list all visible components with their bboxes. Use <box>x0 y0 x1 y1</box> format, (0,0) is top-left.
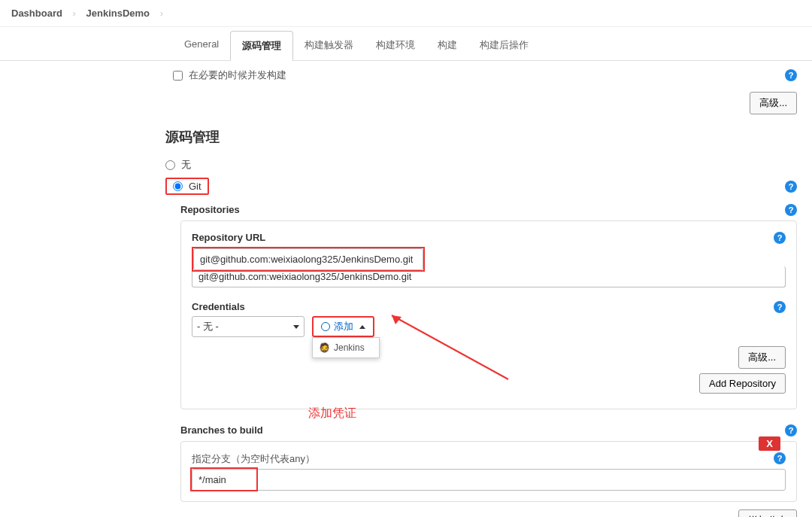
breadcrumb-separator: › <box>73 8 76 19</box>
scm-git-radio[interactable] <box>173 181 183 191</box>
help-icon[interactable]: ? <box>785 69 797 81</box>
repositories-heading: Repositories <box>180 204 240 216</box>
help-icon[interactable]: ? <box>785 424 797 436</box>
tab-env[interactable]: 构建环境 <box>365 31 426 60</box>
tab-scm[interactable]: 源码管理 <box>230 31 293 61</box>
scm-git-label: Git <box>189 181 201 192</box>
advanced-button-repo[interactable]: 高级... <box>738 346 786 369</box>
help-icon[interactable]: ? <box>774 452 786 464</box>
breadcrumb-project[interactable]: JenkinsDemo <box>86 8 150 19</box>
help-icon[interactable]: ? <box>774 301 786 313</box>
scm-none-label: 无 <box>181 158 191 172</box>
annotation-add-credentials: 添加凭证 <box>308 406 356 421</box>
add-credentials-button[interactable]: 添加 <box>312 316 374 337</box>
key-icon <box>321 322 330 331</box>
help-icon[interactable]: ? <box>785 181 797 193</box>
help-icon[interactable]: ? <box>774 232 786 244</box>
content-area: 在必要的时候并发构建 ? 高级... 源码管理 无 Git ? Reposito… <box>0 61 812 517</box>
add-credentials-dropdown[interactable]: 🧔 Jenkins <box>312 337 380 358</box>
concurrent-build-label: 在必要的时候并发构建 <box>189 68 286 82</box>
breadcrumb-dashboard[interactable]: Dashboard <box>11 8 62 19</box>
breadcrumb-separator: › <box>160 8 163 19</box>
help-icon[interactable]: ? <box>785 204 797 216</box>
breadcrumb: Dashboard › JenkinsDemo › <box>0 0 812 27</box>
tab-build[interactable]: 构建 <box>426 31 468 60</box>
branch-spec-label: 指定分支（为空时代表any） <box>192 452 315 466</box>
tab-post[interactable]: 构建后操作 <box>468 31 540 60</box>
delete-branch-button[interactable]: X <box>759 436 780 451</box>
branch-spec-input[interactable] <box>192 469 786 491</box>
add-label: 添加 <box>334 320 353 333</box>
scm-section-title: 源码管理 <box>165 128 797 146</box>
add-branch-button[interactable]: 增加分支 <box>738 509 797 517</box>
credentials-select[interactable]: - 无 - <box>192 316 304 337</box>
chevron-up-icon <box>359 325 365 329</box>
jenkins-icon: 🧔 <box>319 342 330 353</box>
advanced-button-top[interactable]: 高级... <box>750 92 797 114</box>
concurrent-build-checkbox[interactable] <box>173 71 183 81</box>
chevron-down-icon <box>293 325 299 329</box>
add-repository-button[interactable]: Add Repository <box>699 373 786 394</box>
repo-url-input[interactable] <box>193 248 423 270</box>
repo-url-label: Repository URL <box>192 232 265 244</box>
tab-triggers[interactable]: 构建触发器 <box>293 31 365 60</box>
config-tabs: General 源码管理 构建触发器 构建环境 构建 构建后操作 <box>0 31 812 61</box>
branches-heading: Branches to build <box>180 424 263 436</box>
repositories-panel: Repository URL ? Credentials ? - 无 - 添 <box>180 220 797 409</box>
credentials-value: - 无 - <box>197 320 219 333</box>
dropdown-jenkins-label: Jenkins <box>334 342 365 353</box>
credentials-label: Credentials <box>192 301 245 313</box>
tab-general[interactable]: General <box>173 31 230 60</box>
scm-none-radio[interactable] <box>165 160 175 170</box>
